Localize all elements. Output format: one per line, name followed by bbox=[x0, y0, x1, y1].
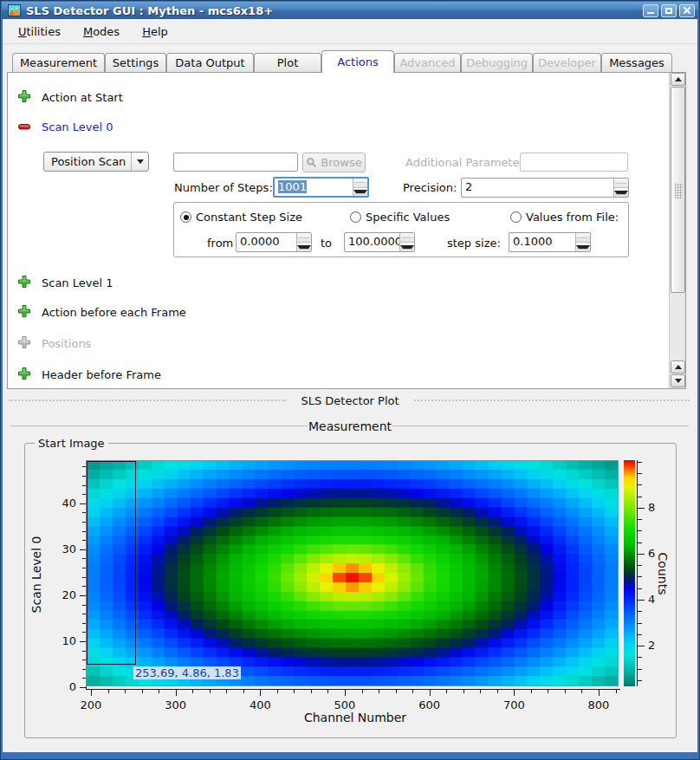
from-value: 0.0000 bbox=[237, 233, 296, 251]
spin-down-button[interactable] bbox=[353, 188, 367, 197]
tick bbox=[412, 690, 413, 693]
spin-down-button[interactable] bbox=[297, 243, 311, 251]
tab-data-output[interactable]: Data Output bbox=[166, 53, 254, 72]
specific-values-label[interactable]: Specific Values bbox=[366, 211, 450, 224]
minimize-icon bbox=[647, 12, 654, 14]
tick-label: 800 bbox=[586, 698, 612, 711]
tick-label: 600 bbox=[417, 698, 443, 711]
precision-label: Precision: bbox=[403, 181, 457, 194]
menu-help[interactable]: Help bbox=[134, 23, 176, 41]
tick-label: 500 bbox=[332, 698, 358, 711]
tab-messages[interactable]: Messages bbox=[601, 53, 672, 72]
scan-level-1-label[interactable]: Scan Level 1 bbox=[42, 276, 113, 289]
specific-values-radio[interactable] bbox=[350, 211, 361, 223]
tick bbox=[243, 690, 244, 693]
tab-debugging: Debugging bbox=[461, 53, 533, 72]
scrollbar-thumb[interactable] bbox=[671, 87, 685, 293]
header-before-frame-label[interactable]: Header before Frame bbox=[42, 368, 161, 381]
tick bbox=[463, 690, 464, 693]
tick bbox=[327, 690, 328, 693]
tick bbox=[638, 680, 642, 681]
spin-up-button[interactable] bbox=[614, 179, 628, 188]
browse-button: Browse bbox=[302, 153, 366, 172]
tab-actions[interactable]: Actions bbox=[321, 50, 394, 73]
heatmap-plot[interactable] bbox=[86, 460, 619, 686]
tick bbox=[616, 690, 617, 693]
number-of-steps-spinner[interactable]: 1001 bbox=[273, 177, 369, 198]
step-size-label: step size: bbox=[447, 237, 501, 250]
from-spinner[interactable]: 0.0000 bbox=[236, 232, 312, 252]
action-at-start-label[interactable]: Action at Start bbox=[42, 91, 123, 104]
values-from-file-label[interactable]: Values from File: bbox=[526, 211, 619, 224]
menu-bar: Utilities Modes Help bbox=[3, 19, 697, 44]
vertical-scrollbar[interactable] bbox=[669, 73, 685, 388]
values-from-file-radio[interactable] bbox=[510, 211, 522, 223]
tick-label: 0 bbox=[48, 680, 76, 693]
scroll-up-button-2[interactable] bbox=[671, 361, 685, 374]
tick bbox=[638, 669, 642, 670]
scroll-down-button[interactable] bbox=[671, 374, 685, 387]
menu-modes[interactable]: Modes bbox=[75, 23, 127, 41]
arrow-up-icon bbox=[576, 237, 590, 238]
tick bbox=[638, 588, 642, 589]
to-spinner[interactable]: 100.0000 bbox=[344, 232, 415, 252]
title-bar[interactable]: SLS Detector GUI : Mythen - mcs6x18+ bbox=[2, 2, 698, 19]
tick bbox=[497, 690, 498, 693]
tick bbox=[599, 690, 600, 696]
scan-script-input[interactable] bbox=[173, 153, 298, 172]
arrow-down-icon bbox=[614, 191, 628, 195]
constant-step-size-radio[interactable] bbox=[180, 211, 191, 223]
tick-label: 10 bbox=[48, 634, 76, 647]
spin-down-button[interactable] bbox=[400, 243, 414, 251]
tab-plot[interactable]: Plot bbox=[254, 53, 321, 72]
spin-down-button[interactable] bbox=[614, 188, 628, 197]
tab-developer: Developer bbox=[533, 53, 601, 72]
tick bbox=[581, 690, 582, 693]
plus-icon[interactable] bbox=[17, 304, 31, 318]
precision-spinner[interactable]: 2 bbox=[461, 178, 629, 198]
spin-up-button[interactable] bbox=[400, 233, 414, 243]
plus-icon[interactable] bbox=[17, 89, 31, 103]
tab-settings[interactable]: Settings bbox=[105, 53, 166, 72]
scroll-up-button[interactable] bbox=[671, 73, 685, 86]
chevron-down-icon bbox=[137, 159, 144, 164]
tab-measurement[interactable]: Measurement bbox=[12, 53, 105, 72]
tick bbox=[638, 600, 645, 601]
minus-icon[interactable] bbox=[17, 120, 31, 133]
splitter-label: SLS Detector Plot bbox=[0, 394, 700, 407]
action-before-each-frame-label[interactable]: Action before each Frame bbox=[42, 306, 186, 319]
arrow-up-icon bbox=[297, 237, 311, 238]
scan-level-0-label[interactable]: Scan Level 0 bbox=[42, 120, 113, 133]
combo-arrow[interactable] bbox=[131, 153, 148, 171]
colorbar-title: Counts bbox=[656, 530, 670, 617]
number-of-steps-value: 1001 bbox=[278, 180, 307, 193]
tick bbox=[480, 690, 481, 693]
tick bbox=[638, 462, 642, 463]
tick bbox=[638, 497, 642, 497]
tick bbox=[125, 690, 126, 693]
plus-icon[interactable] bbox=[17, 367, 31, 380]
precision-value: 2 bbox=[462, 179, 613, 197]
tick bbox=[86, 689, 620, 690]
scan-mode-select[interactable]: Position Scan bbox=[43, 152, 149, 172]
plus-icon[interactable] bbox=[17, 275, 31, 289]
arrow-up-icon bbox=[675, 365, 682, 369]
window-title: SLS Detector GUI : Mythen - mcs6x18+ bbox=[26, 4, 640, 17]
spin-up-button[interactable] bbox=[297, 233, 311, 243]
start-image-title: Start Image bbox=[35, 437, 108, 450]
tick bbox=[396, 690, 397, 693]
tick-label: 30 bbox=[48, 542, 76, 555]
step-size-value: 0.1000 bbox=[509, 233, 575, 251]
minimize-button[interactable] bbox=[643, 4, 658, 17]
tick bbox=[362, 690, 363, 693]
close-button[interactable] bbox=[679, 4, 695, 17]
constant-step-size-label[interactable]: Constant Step Size bbox=[196, 211, 302, 224]
additional-parameter-input bbox=[520, 153, 628, 172]
spin-up-button[interactable] bbox=[576, 233, 590, 243]
maximize-button[interactable] bbox=[661, 4, 677, 17]
step-size-spinner[interactable]: 0.1000 bbox=[509, 232, 591, 252]
zoom-selection-rect[interactable] bbox=[87, 461, 136, 665]
menu-utilities[interactable]: Utilities bbox=[10, 23, 68, 41]
spin-up-button[interactable] bbox=[353, 179, 367, 188]
spin-down-button[interactable] bbox=[576, 243, 590, 251]
